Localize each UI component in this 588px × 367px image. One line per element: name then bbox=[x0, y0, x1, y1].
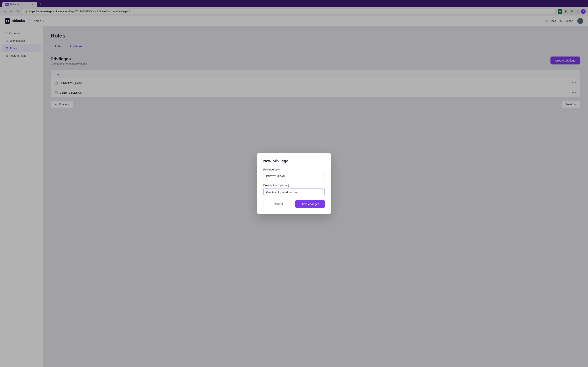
modal-overlay: New privilege Privilege key* Description… bbox=[0, 0, 588, 367]
privilege-key-group: Privilege key* bbox=[263, 168, 325, 180]
modal-actions: Cancel Save changes bbox=[263, 200, 325, 208]
save-changes-btn[interactable]: Save changes bbox=[295, 200, 325, 208]
cancel-btn[interactable]: Cancel bbox=[263, 200, 293, 208]
description-group: Description (optional) bbox=[263, 184, 325, 196]
privilege-key-input[interactable] bbox=[263, 173, 325, 180]
description-label: Description (optional) bbox=[263, 184, 325, 187]
description-input[interactable] bbox=[263, 189, 325, 196]
modal-title: New privilege bbox=[263, 159, 325, 163]
new-privilege-modal: New privilege Privilege key* Description… bbox=[257, 153, 331, 214]
privilege-key-label: Privilege key* bbox=[263, 168, 325, 171]
